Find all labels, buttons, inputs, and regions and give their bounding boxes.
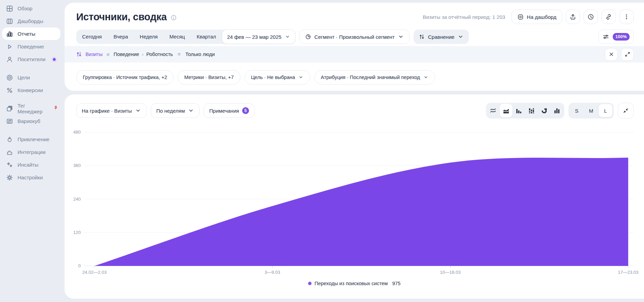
- date-range-picker[interactable]: 24 фев — 23 мар 2025: [222, 30, 295, 44]
- chart-type-bar-chart[interactable]: [512, 104, 525, 118]
- sidebar-item-label: Конверсии: [18, 87, 43, 93]
- period-tab[interactable]: Квартал: [191, 30, 222, 44]
- settings-chip[interactable]: Цель · Не выбрана: [245, 70, 310, 85]
- settings-chips-row: Группировка · Источник трафика, +2Метрик…: [65, 63, 644, 91]
- chart-type-columns[interactable]: [551, 104, 563, 118]
- header-actions: Визиты за отчётный период: 1 203 На дашб…: [423, 10, 634, 24]
- legend-dot: [308, 282, 312, 285]
- chip-label: Цель · Не выбрана: [251, 75, 295, 80]
- period-tab[interactable]: Вчера: [108, 30, 134, 44]
- report-header-card: Источники, сводка Визиты за отчётный пер…: [65, 3, 644, 91]
- y-axis-labels: 0120240360480: [65, 128, 81, 276]
- insights-icon: [6, 161, 13, 168]
- sidebar-item-label: Инсайты: [18, 162, 38, 168]
- y-axis-label: 240: [65, 197, 81, 202]
- chart-type-stacked-bar[interactable]: [525, 104, 538, 118]
- sidebar-item-settings[interactable]: Настройки: [2, 171, 60, 184]
- sidebar-group: Тег МенеджерβВариокуб: [0, 102, 65, 127]
- chart-area: 0120240360480 24.02—2.033—9.0310—16.0317…: [65, 128, 644, 276]
- sidebar-item-insights[interactable]: Инсайты: [2, 158, 60, 171]
- period-tab[interactable]: Сегодня: [76, 30, 108, 44]
- attraction-icon: [6, 136, 13, 143]
- sidebar-item-visitors[interactable]: Посетители: [2, 53, 60, 66]
- y-axis-label: 480: [65, 130, 81, 135]
- sidebar-item-grid[interactable]: Обзор: [2, 2, 60, 15]
- more-menu-button[interactable]: [619, 10, 634, 24]
- chip-label: Метрики · Визиты, +7: [184, 75, 234, 80]
- history-button[interactable]: [584, 10, 598, 24]
- sidebar-item-reports[interactable]: Отчеты: [2, 27, 60, 40]
- sidebar-item-label: Тег Менеджер: [18, 103, 49, 114]
- beta-badge: β: [55, 105, 57, 109]
- chevron-down-icon: [135, 108, 141, 114]
- page-title: Источники, сводка: [76, 11, 167, 23]
- filter-dimension-sub[interactable]: Роботность: [146, 52, 173, 57]
- sampling-button[interactable]: 100%: [598, 30, 634, 44]
- to-dashboard-button[interactable]: На дашборд: [511, 10, 562, 24]
- settings-chip[interactable]: Метрики · Визиты, +7: [178, 70, 240, 85]
- sidebar-item-goals[interactable]: Цели: [2, 71, 60, 84]
- segment-selector[interactable]: Сегмент · Произвольный сегмент: [300, 30, 409, 44]
- copy-link-button[interactable]: [601, 10, 616, 24]
- x-axis-label: 24.02—2.03: [82, 270, 107, 275]
- settings-chip[interactable]: Атрибуция · Последний значимый переход: [314, 70, 435, 85]
- conversions-icon: [6, 87, 13, 94]
- chart-size-l[interactable]: L: [598, 104, 613, 118]
- period-tab[interactable]: Месяц: [163, 30, 191, 44]
- link-icon: [605, 13, 612, 20]
- main-content: Источники, сводка Визиты за отчётный пер…: [65, 0, 644, 302]
- sidebar-item-label: Отчеты: [18, 31, 35, 37]
- pie-chart-icon: [541, 107, 548, 114]
- collapse-chart-button[interactable]: [618, 103, 634, 119]
- sidebar-item-variocube[interactable]: Вариокуб: [2, 115, 60, 127]
- filter-band: Визиты и Поведение › Роботность = Только…: [65, 46, 644, 63]
- filter-dimension[interactable]: Поведение: [114, 52, 139, 57]
- sidebar: ОбзорДашбордыОтчетыПоведениеПосетителиЦе…: [0, 0, 65, 302]
- behavior-icon: [6, 43, 13, 50]
- period-tab[interactable]: Неделя: [134, 30, 163, 44]
- y-axis-label: 360: [65, 163, 81, 168]
- sidebar-item-dashboards[interactable]: Дашборды: [2, 15, 60, 27]
- share-icon: [569, 13, 576, 20]
- sidebar-group: ЦелиКонверсии: [0, 71, 65, 97]
- compare-button[interactable]: Сравнение: [414, 30, 469, 44]
- sidebar-item-conversions[interactable]: Конверсии: [2, 84, 60, 97]
- chart-type-group: [486, 103, 564, 119]
- segment-icon: [305, 34, 311, 40]
- sidebar-item-label: Интеграции: [18, 149, 46, 155]
- sidebar-item-attraction[interactable]: Привлечение: [2, 133, 60, 146]
- clear-filter-button[interactable]: [605, 48, 618, 61]
- sliders-icon: [602, 33, 609, 40]
- granularity-selector[interactable]: По неделям: [151, 103, 200, 118]
- visitors-icon: [6, 56, 13, 63]
- info-icon[interactable]: [170, 14, 177, 21]
- sidebar-item-label: Настройки: [18, 175, 43, 180]
- chart-type-pie-chart[interactable]: [538, 104, 551, 118]
- filter-value[interactable]: Только люди: [185, 52, 215, 57]
- sidebar-item-tag-manager[interactable]: Тег Менеджерβ: [2, 102, 60, 115]
- filter-actions: [605, 48, 634, 61]
- expand-icon: [624, 51, 631, 57]
- notes-button[interactable]: Примечания 5: [204, 103, 255, 118]
- filter-path-separator: ›: [142, 52, 144, 57]
- sidebar-item-integrations[interactable]: Интеграции: [2, 146, 60, 158]
- settings-chip[interactable]: Группировка · Источник трафика, +2: [76, 70, 173, 85]
- legend-label: Переходы из поисковых систем: [315, 281, 388, 286]
- expand-filter-button[interactable]: [621, 48, 634, 61]
- filter-metric[interactable]: Визиты: [86, 52, 103, 57]
- compare-icon: [419, 34, 425, 40]
- chart-size-s[interactable]: S: [569, 104, 584, 118]
- chart-size-m[interactable]: M: [584, 104, 598, 118]
- filter-operator: =: [178, 52, 180, 57]
- on-chart-selector[interactable]: На графике · Визиты: [76, 103, 147, 118]
- export-button[interactable]: [566, 10, 580, 24]
- dashboards-icon: [6, 18, 13, 25]
- chart-legend[interactable]: Переходы из поисковых систем 975: [65, 281, 644, 286]
- chart-type-line-chart[interactable]: [487, 104, 500, 118]
- sidebar-item-behavior[interactable]: Поведение: [2, 40, 60, 53]
- area-chart[interactable]: 24.02—2.033—9.0310—16.0317—23.03: [84, 128, 634, 276]
- chevron-down-icon: [398, 34, 404, 40]
- segment-label: Сегмент · Произвольный сегмент: [314, 34, 395, 40]
- integrations-icon: [6, 149, 13, 156]
- chart-type-area-chart[interactable]: [500, 104, 512, 118]
